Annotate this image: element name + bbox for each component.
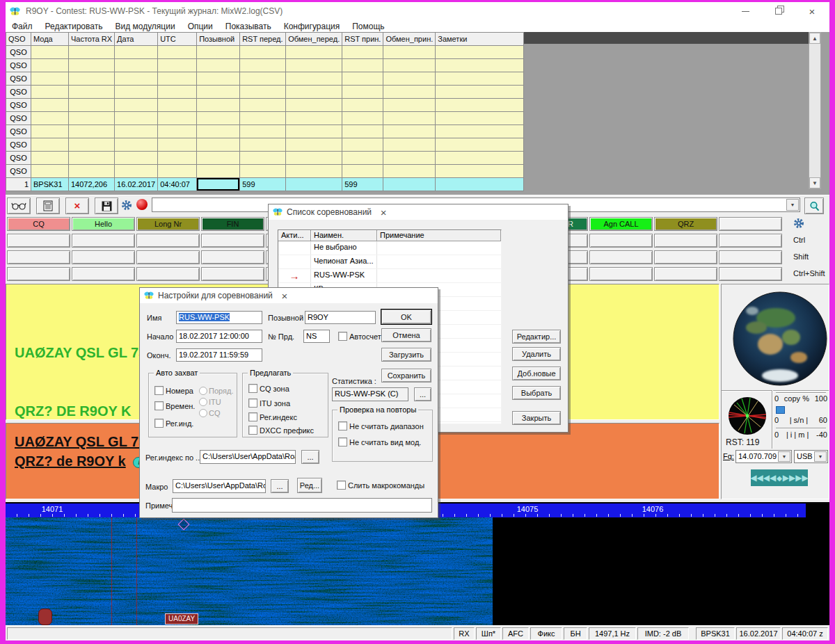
log-cell[interactable]: [286, 138, 342, 152]
log-cell[interactable]: [158, 152, 197, 165]
log-empty-row[interactable]: QSO: [6, 59, 524, 72]
qso-date[interactable]: 16.02.2017: [115, 178, 158, 191]
radio-cq[interactable]: [199, 409, 207, 417]
scroll-up-button[interactable]: ▲: [809, 33, 820, 44]
log-cell[interactable]: [383, 112, 436, 125]
log-empty-row[interactable]: QSO: [6, 72, 524, 86]
log-cell[interactable]: [286, 72, 342, 86]
log-cell[interactable]: [383, 72, 436, 86]
log-cell[interactable]: [31, 165, 69, 178]
macro-button[interactable]: [654, 267, 717, 281]
save-log-button[interactable]: [95, 198, 118, 214]
log-cell[interactable]: [240, 152, 286, 165]
log-cell[interactable]: [286, 165, 342, 178]
macro-button[interactable]: FIN: [201, 217, 264, 231]
macro-button[interactable]: QRZ: [654, 217, 717, 231]
add-contest-button[interactable]: Доб.новые: [512, 367, 561, 380]
macro-button[interactable]: [7, 250, 70, 264]
macro-button[interactable]: [654, 250, 717, 264]
log-cell[interactable]: [158, 59, 197, 72]
status-afc[interactable]: AFC: [502, 627, 529, 640]
contest-row[interactable]: Не выбрано: [278, 241, 501, 255]
chevron-down-icon[interactable]: ▼: [786, 199, 799, 211]
log-cell[interactable]: [158, 112, 197, 125]
macro-button[interactable]: [719, 234, 782, 248]
log-cell[interactable]: [158, 99, 197, 112]
delete-qso-button[interactable]: ×: [65, 198, 89, 214]
log-cell[interactable]: [286, 125, 342, 138]
col-header[interactable]: Обмен_перед.: [286, 33, 342, 46]
log-cell[interactable]: [115, 138, 158, 152]
edit-qso-button[interactable]: [36, 198, 60, 214]
log-cell[interactable]: [197, 138, 240, 152]
log-cell[interactable]: [69, 165, 115, 178]
log-cell[interactable]: [383, 86, 436, 99]
log-cell[interactable]: [436, 59, 524, 72]
log-cell[interactable]: [115, 72, 158, 86]
log-cell[interactable]: [31, 152, 69, 165]
macro-button[interactable]: [201, 234, 264, 248]
macro-button[interactable]: [72, 234, 135, 248]
log-cell[interactable]: [342, 86, 383, 99]
macro-button[interactable]: [7, 267, 70, 281]
ok-button[interactable]: OK: [381, 309, 431, 324]
station-callsign-tag[interactable]: UA0ZAY: [165, 613, 198, 625]
capture-time-checkbox[interactable]: [154, 401, 164, 410]
macro-button[interactable]: Hello: [72, 217, 135, 231]
cancel-button[interactable]: Отмена: [381, 328, 431, 342]
menu-edit[interactable]: Редактировать: [39, 22, 109, 31]
macro-button[interactable]: [201, 267, 264, 281]
close-button[interactable]: ×: [804, 5, 820, 17]
regindex-path-field[interactable]: C:\Users\User\AppData\Roa: [200, 450, 296, 464]
globe-earth-view[interactable]: [731, 290, 829, 387]
status-bn[interactable]: БН: [564, 627, 587, 640]
edit-contest-button[interactable]: Редактир...: [512, 330, 561, 344]
macro-button[interactable]: [72, 267, 135, 281]
log-entry-row[interactable]: 1 BPSK31 14072,206 16.02.2017 04:40:07 5…: [6, 178, 524, 191]
close-dialog-button[interactable]: Закрыть: [512, 411, 561, 425]
regindex-browse-button[interactable]: ...: [301, 450, 319, 464]
log-cell[interactable]: [342, 59, 383, 72]
note-field[interactable]: [172, 498, 432, 513]
im-slider-track[interactable]: [776, 428, 826, 429]
delete-contest-button[interactable]: Удалить: [512, 347, 561, 361]
log-cell[interactable]: [383, 165, 436, 178]
log-cell[interactable]: [240, 112, 286, 125]
log-cell[interactable]: [436, 99, 524, 112]
macro-button[interactable]: [719, 217, 782, 231]
log-cell[interactable]: [158, 125, 197, 138]
col-header[interactable]: Дата: [115, 33, 158, 46]
macro-button[interactable]: [72, 250, 135, 264]
log-cell[interactable]: [158, 138, 197, 152]
log-cell[interactable]: [31, 72, 69, 86]
log-cell[interactable]: [342, 112, 383, 125]
log-empty-row[interactable]: QSO: [6, 112, 524, 125]
start-datetime-field[interactable]: 18.02.2017 12:00:00: [176, 330, 262, 343]
tuning-scope[interactable]: [727, 396, 768, 436]
close-icon[interactable]: ×: [277, 290, 292, 302]
log-cell[interactable]: [115, 152, 158, 165]
col-header[interactable]: Мода: [31, 33, 69, 46]
log-cell[interactable]: [31, 59, 69, 72]
log-empty-row[interactable]: QSO: [6, 138, 524, 152]
nr-field[interactable]: NS: [303, 330, 330, 343]
menu-mode[interactable]: Вид модуляции: [109, 22, 181, 31]
log-cell[interactable]: [31, 99, 69, 112]
log-cell[interactable]: [31, 86, 69, 99]
macro-edit-button[interactable]: Ред...: [297, 478, 322, 493]
log-cell[interactable]: [197, 72, 240, 86]
scroll-down-button[interactable]: ▼: [809, 177, 820, 188]
log-cell[interactable]: [115, 165, 158, 178]
log-cell[interactable]: [342, 72, 383, 86]
chevron-down-icon[interactable]: ▼: [814, 451, 827, 462]
log-cell[interactable]: [197, 152, 240, 165]
log-cell[interactable]: [31, 125, 69, 138]
chevron-down-icon[interactable]: ▼: [778, 451, 790, 462]
menu-file[interactable]: Файл: [6, 22, 39, 31]
col-header[interactable]: Частота RX: [69, 33, 115, 46]
radio-serial[interactable]: [199, 387, 207, 395]
qso-exch-sent[interactable]: [286, 178, 342, 191]
squelch-slider-handle[interactable]: [776, 406, 785, 414]
log-cell[interactable]: [197, 125, 240, 138]
log-cell[interactable]: [286, 46, 342, 59]
